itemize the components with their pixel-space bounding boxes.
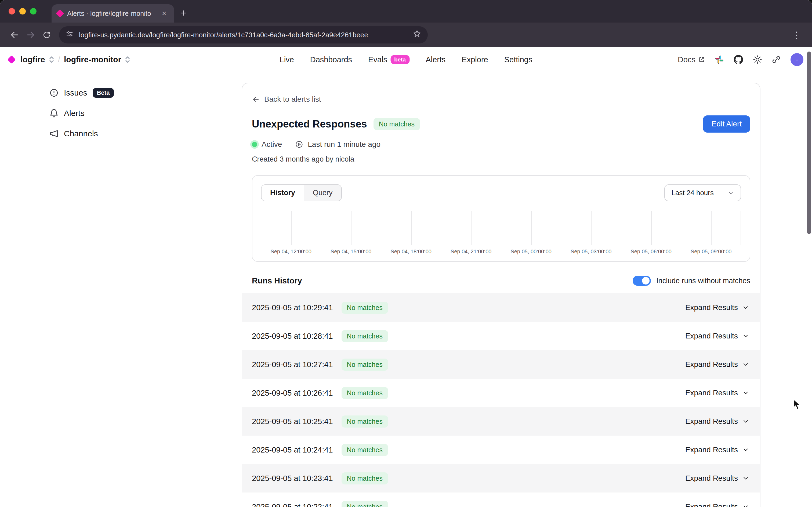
runs-list: 2025-09-05 at 10:29:41 No matches Expand… <box>242 293 760 507</box>
user-avatar[interactable]: - <box>791 53 803 66</box>
nav-evals[interactable]: Evalsbeta <box>368 55 410 64</box>
run-row[interactable]: 2025-09-05 at 10:23:41 No matches Expand… <box>242 464 760 493</box>
back-button[interactable] <box>6 27 22 43</box>
url-text: logfire-us.pydantic.dev/logfire/logfire-… <box>79 31 408 39</box>
address-bar[interactable]: logfire-us.pydantic.dev/logfire/logfire-… <box>59 26 428 44</box>
active-status: Active <box>252 140 282 149</box>
chart-x-axis-labels: Sep 04, 12:00:00 Sep 04, 15:00:00 Sep 04… <box>261 248 741 255</box>
history-panel-header: History Query Last 24 hours <box>261 184 741 201</box>
megaphone-icon <box>49 129 59 138</box>
project-name[interactable]: logfire-monitor <box>64 55 121 64</box>
tab-title: Alerts · logfire/logfire-monito <box>67 10 155 17</box>
close-window-button[interactable] <box>9 8 15 14</box>
nav-live[interactable]: Live <box>280 55 294 64</box>
new-tab-button[interactable]: + <box>180 7 186 19</box>
expand-results-button[interactable]: Expand Results <box>685 332 749 340</box>
run-status-badge: No matches <box>341 444 388 456</box>
back-to-alerts-link[interactable]: Back to alerts list <box>252 95 750 104</box>
run-status-badge: No matches <box>341 330 388 342</box>
active-dot-icon <box>252 142 257 147</box>
run-status-badge: No matches <box>341 387 388 399</box>
run-row[interactable]: 2025-09-05 at 10:27:41 No matches Expand… <box>242 350 760 379</box>
run-row[interactable]: 2025-09-05 at 10:24:41 No matches Expand… <box>242 436 760 464</box>
tab-strip: Alerts · logfire/logfire-monito × + <box>0 0 812 22</box>
chevron-down-icon <box>742 389 749 396</box>
run-row[interactable]: 2025-09-05 at 10:26:41 No matches Expand… <box>242 379 760 407</box>
page-body: Issues Beta Alerts Channels Back to aler… <box>0 72 812 507</box>
nav-settings[interactable]: Settings <box>504 55 533 64</box>
tab-history[interactable]: History <box>262 185 304 201</box>
time-range-select[interactable]: Last 24 hours <box>664 184 741 201</box>
docs-link[interactable]: Docs <box>678 55 705 64</box>
browser-tab[interactable]: Alerts · logfire/logfire-monito × <box>52 4 174 22</box>
logfire-logo-icon <box>7 55 15 64</box>
github-icon[interactable] <box>734 55 743 64</box>
run-status-badge: No matches <box>341 358 388 371</box>
history-chart <box>261 211 741 245</box>
slack-icon[interactable] <box>715 55 724 64</box>
nav-alerts[interactable]: Alerts <box>426 55 445 64</box>
site-settings-icon[interactable] <box>65 30 73 40</box>
nav-dashboards[interactable]: Dashboards <box>310 55 352 64</box>
chevron-down-icon <box>742 446 749 453</box>
evals-beta-badge: beta <box>390 55 410 64</box>
browser-window: Alerts · logfire/logfire-monito × + logf… <box>0 0 812 507</box>
arrow-left-icon <box>252 95 260 103</box>
sidebar-item-alerts[interactable]: Alerts <box>49 103 242 123</box>
zoom-window-button[interactable] <box>30 8 37 14</box>
runs-history-title: Runs History <box>252 276 302 285</box>
tab-close-icon[interactable]: × <box>160 8 169 18</box>
logfire-favicon-icon <box>56 9 64 17</box>
run-status-badge: No matches <box>341 472 388 485</box>
nav-explore[interactable]: Explore <box>462 55 488 64</box>
org-switcher-icon[interactable] <box>49 56 54 63</box>
browser-menu-icon[interactable]: ⋮ <box>788 30 806 40</box>
expand-results-button[interactable]: Expand Results <box>685 389 749 397</box>
share-link-icon[interactable] <box>772 55 781 64</box>
alert-status-row: Active Last run 1 minute ago <box>252 140 750 149</box>
issues-beta-badge: Beta <box>93 88 114 98</box>
header-actions: Docs - <box>678 53 803 66</box>
external-link-icon <box>698 56 705 63</box>
expand-results-button[interactable]: Expand Results <box>685 303 749 312</box>
alert-circle-icon <box>49 88 59 98</box>
bookmark-star-icon[interactable] <box>413 30 421 40</box>
sidebar-item-channels[interactable]: Channels <box>49 123 242 144</box>
reload-button[interactable] <box>39 27 55 43</box>
include-runs-toggle[interactable] <box>633 276 651 286</box>
run-status-badge: No matches <box>341 501 388 507</box>
sidebar: Issues Beta Alerts Channels <box>0 72 242 144</box>
chevron-down-icon <box>742 333 749 340</box>
edit-alert-button[interactable]: Edit Alert <box>703 115 750 132</box>
forward-button[interactable] <box>22 27 39 43</box>
run-timestamp: 2025-09-05 at 10:28:41 <box>252 332 333 341</box>
run-timestamp: 2025-09-05 at 10:24:41 <box>252 446 333 454</box>
run-row[interactable]: 2025-09-05 at 10:22:41 No matches Expand… <box>242 493 760 507</box>
runs-history-header: Runs History Include runs without matche… <box>252 276 750 286</box>
expand-results-button[interactable]: Expand Results <box>685 446 749 454</box>
run-row[interactable]: 2025-09-05 at 10:28:41 No matches Expand… <box>242 322 760 350</box>
expand-results-button[interactable]: Expand Results <box>685 417 749 426</box>
run-row[interactable]: 2025-09-05 at 10:29:41 No matches Expand… <box>242 293 760 322</box>
chevron-down-icon <box>728 190 734 196</box>
app-header: logfire / logfire-monitor Live Dashboard… <box>0 47 812 72</box>
expand-results-button[interactable]: Expand Results <box>685 360 749 369</box>
page-scrollbar-thumb[interactable] <box>807 52 811 234</box>
run-status-badge: No matches <box>341 302 388 314</box>
chevron-down-icon <box>742 418 749 425</box>
tab-query[interactable]: Query <box>304 185 341 201</box>
minimize-window-button[interactable] <box>19 8 26 14</box>
expand-results-button[interactable]: Expand Results <box>685 474 749 483</box>
sidebar-item-issues[interactable]: Issues Beta <box>49 83 242 103</box>
run-row[interactable]: 2025-09-05 at 10:25:41 No matches Expand… <box>242 407 760 436</box>
alert-detail-card: Back to alerts list Unexpected Responses… <box>242 83 760 507</box>
project-switcher-icon[interactable] <box>125 56 130 63</box>
created-by-text: Created 3 months ago by nicola <box>252 155 750 163</box>
expand-results-button[interactable]: Expand Results <box>685 502 749 507</box>
breadcrumb-divider: / <box>58 55 60 64</box>
org-name[interactable]: logfire <box>20 55 45 64</box>
chevron-down-icon <box>742 304 749 311</box>
main-nav: Live Dashboards Evalsbeta Alerts Explore… <box>280 55 533 64</box>
runs-toggle-row: Include runs without matches <box>633 276 750 286</box>
theme-sun-icon[interactable] <box>753 55 762 64</box>
